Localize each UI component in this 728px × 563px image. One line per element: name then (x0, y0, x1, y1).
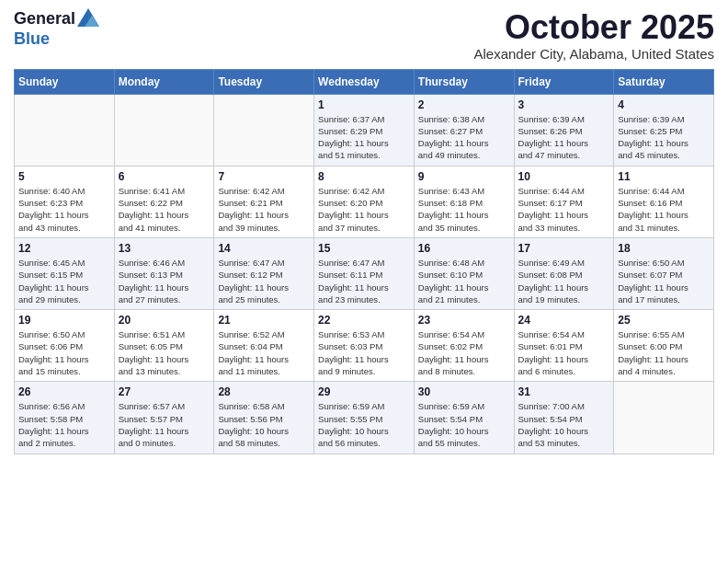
calendar-cell: 9Sunrise: 6:43 AM Sunset: 6:18 PM Daylig… (414, 166, 514, 237)
day-number: 21 (218, 314, 310, 327)
calendar-cell: 2Sunrise: 6:38 AM Sunset: 6:27 PM Daylig… (414, 94, 514, 166)
day-info: Sunrise: 6:52 AM Sunset: 6:04 PM Dayligh… (218, 328, 310, 377)
day-number: 14 (218, 242, 310, 255)
calendar-cell: 29Sunrise: 6:59 AM Sunset: 5:55 PM Dayli… (314, 382, 415, 454)
title-section: October 2025 Alexander City, Alabama, Un… (473, 9, 714, 62)
calendar-cell: 24Sunrise: 6:54 AM Sunset: 6:01 PM Dayli… (514, 310, 614, 382)
day-number: 29 (318, 385, 410, 398)
day-number: 12 (18, 242, 110, 255)
day-number: 11 (618, 170, 710, 183)
weekday-header-sunday: Sunday (15, 69, 115, 94)
calendar-cell: 26Sunrise: 6:56 AM Sunset: 5:58 PM Dayli… (15, 382, 115, 454)
logo-icon (77, 8, 99, 27)
day-info: Sunrise: 6:55 AM Sunset: 6:00 PM Dayligh… (618, 328, 710, 377)
day-info: Sunrise: 6:45 AM Sunset: 6:15 PM Dayligh… (18, 257, 110, 305)
day-info: Sunrise: 6:47 AM Sunset: 6:11 PM Dayligh… (318, 257, 410, 305)
day-number: 6 (119, 170, 210, 183)
day-number: 23 (418, 314, 510, 327)
day-info: Sunrise: 6:53 AM Sunset: 6:03 PM Dayligh… (318, 328, 410, 377)
day-info: Sunrise: 6:41 AM Sunset: 6:22 PM Dayligh… (119, 185, 210, 234)
day-number: 13 (119, 242, 210, 255)
calendar-cell: 1Sunrise: 6:37 AM Sunset: 6:29 PM Daylig… (314, 94, 415, 166)
day-info: Sunrise: 6:58 AM Sunset: 5:56 PM Dayligh… (218, 400, 310, 449)
day-info: Sunrise: 6:46 AM Sunset: 6:13 PM Dayligh… (119, 257, 210, 305)
day-number: 9 (418, 170, 510, 183)
calendar-table: SundayMondayTuesdayWednesdayThursdayFrid… (14, 69, 714, 454)
month-title: October 2025 (473, 9, 714, 46)
day-info: Sunrise: 6:49 AM Sunset: 6:08 PM Dayligh… (518, 257, 610, 305)
calendar-cell: 13Sunrise: 6:46 AM Sunset: 6:13 PM Dayli… (114, 237, 214, 309)
day-info: Sunrise: 6:56 AM Sunset: 5:58 PM Dayligh… (18, 400, 110, 449)
calendar-cell: 20Sunrise: 6:51 AM Sunset: 6:05 PM Dayli… (114, 310, 214, 382)
calendar-week-row: 19Sunrise: 6:50 AM Sunset: 6:06 PM Dayli… (15, 310, 714, 382)
calendar-cell: 11Sunrise: 6:44 AM Sunset: 6:16 PM Dayli… (614, 166, 714, 237)
day-number: 10 (518, 170, 610, 183)
day-info: Sunrise: 6:50 AM Sunset: 6:07 PM Dayligh… (618, 257, 710, 305)
calendar-cell: 31Sunrise: 7:00 AM Sunset: 5:54 PM Dayli… (514, 382, 614, 454)
weekday-header-wednesday: Wednesday (314, 69, 415, 94)
calendar-cell: 12Sunrise: 6:45 AM Sunset: 6:15 PM Dayli… (15, 237, 115, 309)
calendar-week-row: 5Sunrise: 6:40 AM Sunset: 6:23 PM Daylig… (15, 166, 714, 237)
day-info: Sunrise: 6:40 AM Sunset: 6:23 PM Dayligh… (18, 185, 110, 234)
day-number: 16 (418, 242, 510, 255)
day-info: Sunrise: 6:54 AM Sunset: 6:01 PM Dayligh… (518, 328, 610, 377)
calendar-cell: 25Sunrise: 6:55 AM Sunset: 6:00 PM Dayli… (614, 310, 714, 382)
page-header: General Blue October 2025 Alexander City… (14, 9, 714, 62)
calendar-cell: 19Sunrise: 6:50 AM Sunset: 6:06 PM Dayli… (15, 310, 115, 382)
calendar-cell: 22Sunrise: 6:53 AM Sunset: 6:03 PM Dayli… (314, 310, 415, 382)
day-number: 2 (418, 98, 510, 111)
day-number: 3 (518, 98, 610, 111)
day-number: 1 (318, 98, 410, 111)
calendar-cell: 30Sunrise: 6:59 AM Sunset: 5:54 PM Dayli… (414, 382, 514, 454)
day-info: Sunrise: 6:54 AM Sunset: 6:02 PM Dayligh… (418, 328, 510, 377)
weekday-header-friday: Friday (514, 69, 614, 94)
day-number: 18 (618, 242, 710, 255)
day-info: Sunrise: 6:57 AM Sunset: 5:57 PM Dayligh… (119, 400, 210, 449)
day-number: 5 (18, 170, 110, 183)
calendar-cell: 16Sunrise: 6:48 AM Sunset: 6:10 PM Dayli… (414, 237, 514, 309)
day-info: Sunrise: 6:44 AM Sunset: 6:17 PM Dayligh… (518, 185, 610, 234)
calendar-cell: 28Sunrise: 6:58 AM Sunset: 5:56 PM Dayli… (214, 382, 314, 454)
calendar-cell (214, 94, 314, 166)
day-number: 27 (119, 385, 210, 398)
logo-general: General (14, 9, 75, 29)
calendar-cell: 17Sunrise: 6:49 AM Sunset: 6:08 PM Dayli… (514, 237, 614, 309)
day-info: Sunrise: 6:44 AM Sunset: 6:16 PM Dayligh… (618, 185, 710, 234)
calendar-cell (114, 94, 214, 166)
day-info: Sunrise: 6:42 AM Sunset: 6:20 PM Dayligh… (318, 185, 410, 234)
calendar-week-row: 12Sunrise: 6:45 AM Sunset: 6:15 PM Dayli… (15, 237, 714, 309)
day-info: Sunrise: 6:59 AM Sunset: 5:55 PM Dayligh… (318, 400, 410, 449)
day-number: 22 (318, 314, 410, 327)
day-info: Sunrise: 7:00 AM Sunset: 5:54 PM Dayligh… (518, 400, 610, 449)
day-info: Sunrise: 6:51 AM Sunset: 6:05 PM Dayligh… (119, 328, 210, 377)
day-number: 25 (618, 314, 710, 327)
day-number: 8 (318, 170, 410, 183)
calendar-week-row: 1Sunrise: 6:37 AM Sunset: 6:29 PM Daylig… (15, 94, 714, 166)
weekday-header-thursday: Thursday (414, 69, 514, 94)
calendar-cell: 3Sunrise: 6:39 AM Sunset: 6:26 PM Daylig… (514, 94, 614, 166)
day-info: Sunrise: 6:37 AM Sunset: 6:29 PM Dayligh… (318, 113, 410, 162)
weekday-header-tuesday: Tuesday (214, 69, 314, 94)
day-number: 15 (318, 242, 410, 255)
calendar-cell (15, 94, 115, 166)
day-number: 20 (119, 314, 210, 327)
day-number: 7 (218, 170, 310, 183)
day-number: 30 (418, 385, 510, 398)
calendar-cell: 5Sunrise: 6:40 AM Sunset: 6:23 PM Daylig… (15, 166, 115, 237)
day-number: 24 (518, 314, 610, 327)
day-info: Sunrise: 6:39 AM Sunset: 6:25 PM Dayligh… (618, 113, 710, 162)
calendar-cell: 23Sunrise: 6:54 AM Sunset: 6:02 PM Dayli… (414, 310, 514, 382)
day-number: 4 (618, 98, 710, 111)
location: Alexander City, Alabama, United States (473, 46, 714, 62)
day-info: Sunrise: 6:47 AM Sunset: 6:12 PM Dayligh… (218, 257, 310, 305)
calendar-cell: 4Sunrise: 6:39 AM Sunset: 6:25 PM Daylig… (614, 94, 714, 166)
weekday-header-saturday: Saturday (614, 69, 714, 94)
day-number: 28 (218, 385, 310, 398)
calendar-cell: 7Sunrise: 6:42 AM Sunset: 6:21 PM Daylig… (214, 166, 314, 237)
calendar-cell: 14Sunrise: 6:47 AM Sunset: 6:12 PM Dayli… (214, 237, 314, 309)
calendar-cell: 18Sunrise: 6:50 AM Sunset: 6:07 PM Dayli… (614, 237, 714, 309)
logo: General Blue (14, 9, 99, 49)
calendar-cell: 8Sunrise: 6:42 AM Sunset: 6:20 PM Daylig… (314, 166, 415, 237)
day-info: Sunrise: 6:38 AM Sunset: 6:27 PM Dayligh… (418, 113, 510, 162)
calendar-week-row: 26Sunrise: 6:56 AM Sunset: 5:58 PM Dayli… (15, 382, 714, 454)
